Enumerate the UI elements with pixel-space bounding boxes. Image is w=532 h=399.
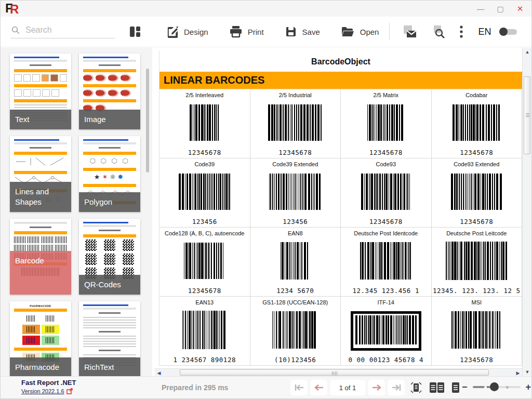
- scroll-up-arrow-icon[interactable]: ▲: [523, 48, 532, 56]
- barcode-image: [272, 305, 318, 356]
- barcode-image: [367, 98, 405, 149]
- barcode-name: Code39: [194, 161, 215, 167]
- barcode-image: [361, 167, 411, 218]
- zoom-in-button[interactable]: +: [526, 381, 531, 393]
- minimize-button[interactable]: —: [472, 2, 489, 16]
- barcode-name: Code128 (A, B, C), autoencode: [165, 230, 244, 236]
- last-page-button[interactable]: [388, 380, 405, 395]
- barcode-cell: Code128 (A, B, C), autoencode12345678: [159, 228, 250, 297]
- sidebar-item-richtext[interactable]: RichText: [79, 301, 140, 376]
- page-indicator[interactable]: 1 of 1: [330, 380, 365, 395]
- vertical-scrollbar[interactable]: ▲ ▼: [522, 48, 531, 376]
- external-link-icon: [66, 388, 73, 394]
- barcode-image: [281, 236, 310, 287]
- more-options-kebab-icon[interactable]: [459, 24, 463, 39]
- report-list-sidebar: Text Image □ □ ○ △ ◇Lines and Shapes ⬡ ⬡…: [1, 48, 152, 376]
- maximize-button[interactable]: ▢: [492, 2, 509, 16]
- single-page-view-icon[interactable]: [451, 381, 460, 394]
- scroll-left-arrow-icon[interactable]: ◀: [155, 369, 163, 377]
- horizontal-scroll-thumb[interactable]: [180, 369, 489, 376]
- barcode-cell: Codabar12345678: [432, 89, 523, 158]
- next-page-button[interactable]: [368, 380, 385, 395]
- barcode-cell: Code9312345678: [341, 158, 432, 228]
- prepared-status: Prepared in 295 ms: [162, 383, 228, 392]
- barcode-image: [184, 236, 225, 287]
- design-button[interactable]: Design: [166, 25, 208, 38]
- theme-toggle[interactable]: [499, 27, 518, 36]
- open-button[interactable]: Open: [341, 26, 379, 38]
- search-input[interactable]: [25, 25, 109, 35]
- barcode-cell: EAN131 234567 890128: [159, 297, 250, 366]
- sidebar-layout-toggle-icon[interactable]: [128, 25, 142, 38]
- barcode-image: [451, 167, 502, 218]
- barcode-value: 12345678: [460, 356, 493, 364]
- save-button-label: Save: [302, 28, 320, 36]
- design-icon: [166, 25, 179, 38]
- fit-page-view-icon[interactable]: [410, 381, 422, 394]
- sidebar-item-text[interactable]: Text: [10, 54, 71, 129]
- barcode-value: 123456: [192, 218, 217, 225]
- search-icon: [11, 25, 20, 35]
- thumbnail-label: Barcode: [10, 251, 71, 295]
- barcode-image: [190, 98, 220, 149]
- barcode-value: 12345678: [188, 149, 221, 156]
- barcode-cell: Code93 Extended12345678: [432, 158, 523, 228]
- version-link[interactable]: Version 2022.1.6: [21, 388, 64, 394]
- barcode-image: [269, 167, 321, 218]
- print-button[interactable]: Print: [229, 25, 264, 38]
- barcode-name: Deutsche Post Leitcode: [446, 230, 507, 236]
- barcode-value: 0 00 00123 45678 4: [349, 356, 423, 364]
- save-icon: [285, 25, 297, 38]
- barcode-name: 2/5 Matrix: [374, 92, 398, 98]
- barcode-value: 12345678: [369, 149, 403, 156]
- barcode-cell: Deutsche Post Leitcode12345. 123. 123. 1…: [432, 228, 523, 297]
- app-window: F R — ▢ ✕ Design Print Save: [0, 0, 532, 399]
- sidebar-item-pharmacode[interactable]: PHARMACODE Pharmacode: [10, 301, 71, 376]
- sidebar-item-qr-codes[interactable]: QR-Codes: [79, 219, 140, 295]
- fastreport-logo-icon: F R: [5, 2, 26, 16]
- barcode-value: 12345678: [278, 149, 312, 156]
- barcode-name: EAN8: [288, 230, 303, 236]
- close-button[interactable]: ✕: [512, 2, 528, 16]
- status-bar: Fast Report .NET Version 2022.1.6 Prepar…: [1, 376, 531, 398]
- barcode-image: [360, 236, 412, 287]
- zoom-slider[interactable]: [473, 381, 521, 393]
- scroll-right-arrow-icon[interactable]: ▶: [514, 369, 522, 377]
- search-box[interactable]: [11, 25, 115, 38]
- barcode-image: [182, 305, 227, 356]
- barcode-name: 2/5 Interleaved: [185, 92, 223, 98]
- barcode-value: 12345678: [460, 218, 493, 225]
- email-report-icon[interactable]: [402, 24, 418, 39]
- horizontal-scrollbar[interactable]: ◀ ▶: [155, 368, 522, 376]
- save-button[interactable]: Save: [285, 25, 320, 38]
- previous-page-button[interactable]: [310, 380, 327, 395]
- barcode-cell: GS1-128 (UCC/EAN-128)(10)123456: [250, 297, 341, 366]
- barcode-image: [268, 98, 322, 149]
- zoom-slider-knob[interactable]: [490, 382, 499, 391]
- sidebar-item-barcode[interactable]: Barcode: [10, 219, 71, 295]
- barcode-name: GS1-128 (UCC/EAN-128): [262, 299, 328, 305]
- barcode-cell: Deutsche Post Identcode12.345 123.456 1: [341, 228, 432, 297]
- vertical-scroll-thumb[interactable]: [524, 76, 530, 154]
- barcode-name: ITF-14: [378, 299, 394, 305]
- barcode-value: (10)123456: [274, 356, 316, 364]
- barcode-cell: ITF-140 00 00123 45678 4: [341, 297, 432, 366]
- two-pages-view-icon[interactable]: [429, 381, 445, 394]
- thumbnail-label: Text: [10, 110, 71, 129]
- first-page-button[interactable]: [290, 380, 308, 395]
- thumbnail-label: RichText: [79, 357, 140, 376]
- scroll-down-arrow-icon[interactable]: ▼: [523, 368, 532, 376]
- barcode-image: [446, 236, 507, 287]
- barcode-cell: Code39 Extended123456: [250, 158, 341, 228]
- zoom-out-button[interactable]: −: [462, 381, 468, 393]
- sidebar-item-image[interactable]: Image: [79, 54, 140, 129]
- barcode-cell: EAN81234 5670: [250, 228, 341, 297]
- page-navigation: 1 of 1: [290, 380, 405, 395]
- language-selector[interactable]: EN: [478, 26, 491, 37]
- sidebar-item-lines-and-shapes[interactable]: □ □ ○ △ ◇Lines and Shapes: [10, 136, 71, 212]
- find-in-report-icon[interactable]: [431, 24, 447, 39]
- barcode-name: Code93 Extended: [454, 161, 499, 167]
- sidebar-scrollbar[interactable]: [146, 69, 149, 172]
- print-icon: [229, 25, 243, 38]
- sidebar-item-polygon[interactable]: ⬡ ⬡ ⬡ ⬡ ★✶✺✹ Polygon: [79, 136, 140, 212]
